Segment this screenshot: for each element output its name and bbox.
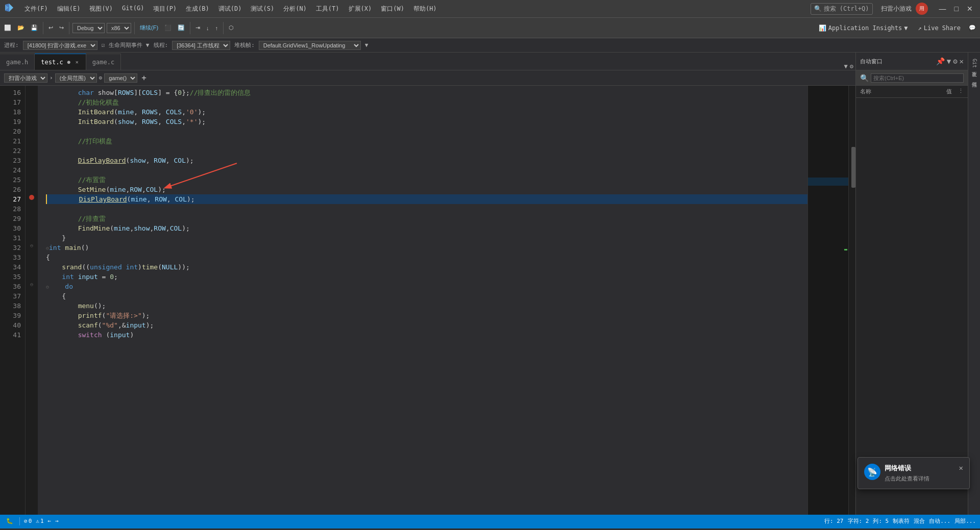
scope-select[interactable]: (全局范围): [55, 73, 97, 83]
code-lines: char show[ROWS][COLS] = {0};//排查出的雷的信息 /…: [38, 86, 807, 515]
ln-28: 28: [0, 204, 21, 214]
save-btn[interactable]: 💾: [29, 23, 40, 32]
editor-scrollbar[interactable]: [848, 86, 855, 515]
code-line-30: FindMine(mine,show,ROW,COL);: [46, 223, 807, 233]
status-local[interactable]: 局部...: [954, 517, 976, 525]
menu-edit[interactable]: 编辑(E): [53, 4, 85, 14]
open-btn[interactable]: 📂: [15, 23, 27, 32]
right-panel-settings[interactable]: ⚙: [953, 57, 957, 65]
undo-btn[interactable]: ↩: [46, 23, 55, 32]
restart-btn[interactable]: 🔄: [176, 23, 187, 32]
maximize-button[interactable]: □: [951, 5, 962, 13]
tab-bar: game.h test.c ● ✕ game.c ▼ ⚙: [0, 53, 855, 70]
right-panel-search: 🔍: [856, 70, 968, 86]
nav-forward[interactable]: →: [55, 518, 59, 524]
application-insights-btn[interactable]: 📊 Application Insights ▼: [815, 22, 912, 34]
menu-git[interactable]: Git(G): [118, 4, 148, 14]
tab-test-c[interactable]: test.c ● ✕: [35, 54, 86, 70]
tab-list-icon[interactable]: ▼: [844, 63, 848, 70]
menu-debug[interactable]: 调试(D): [214, 4, 246, 14]
panel-search-icon: 🔍: [860, 74, 869, 82]
ln-37: 37: [0, 291, 21, 301]
gutter-41: [26, 328, 38, 338]
redo-btn[interactable]: ↪: [57, 23, 66, 32]
menu-project[interactable]: 项目(P): [149, 4, 181, 14]
menu-window[interactable]: 窗口(W): [377, 4, 408, 14]
tab-settings-icon[interactable]: ⚙: [850, 63, 853, 70]
status-encoding[interactable]: 混合: [914, 517, 925, 525]
ln-23: 23: [0, 156, 21, 165]
stop-btn[interactable]: ⬛: [162, 23, 174, 32]
feedback-btn[interactable]: 💬: [967, 23, 978, 32]
right-tab-git[interactable]: Git更改: [970, 55, 979, 72]
function-select[interactable]: game(): [104, 73, 137, 83]
continue-btn[interactable]: 继续(F): [138, 23, 160, 33]
minimize-button[interactable]: —: [936, 5, 949, 13]
platform-select[interactable]: x86: [107, 23, 131, 33]
thread-select[interactable]: [36364] 工作线程: [172, 41, 230, 50]
status-errors[interactable]: ⊘ 0: [24, 518, 32, 524]
status-char: 字符: 2: [848, 517, 869, 525]
insights-label: Application Insights: [828, 24, 902, 32]
menu-view[interactable]: 视图(V): [85, 4, 117, 14]
scroll-thumb[interactable]: [851, 147, 855, 188]
search-placeholder: 搜索 (Ctrl+Q): [824, 5, 869, 13]
right-panel-pin[interactable]: 📌: [936, 57, 945, 65]
menu-extensions[interactable]: 扩展(X): [345, 4, 376, 14]
process-select[interactable]: [41800] 扫雷小游戏.exe: [23, 41, 97, 50]
gutter-31: [26, 231, 38, 241]
tab-game-c[interactable]: game.c: [86, 54, 121, 70]
live-share-btn[interactable]: ↗ Live Share: [914, 22, 965, 34]
ln-16: 16: [0, 88, 21, 97]
new-project-btn[interactable]: ⬜: [2, 23, 13, 32]
step-into-btn[interactable]: ↓: [204, 24, 211, 32]
gutter-25: [26, 173, 38, 183]
status-warnings[interactable]: ⚠ 1: [36, 518, 43, 524]
step-over-btn[interactable]: ⇥: [193, 23, 202, 32]
notif-close-btn[interactable]: ✕: [959, 464, 963, 472]
tab-x-test-c[interactable]: ✕: [75, 59, 80, 65]
gutter-27[interactable]: [26, 192, 38, 202]
menu-file[interactable]: 文件(F): [20, 4, 52, 14]
code-line-22: [46, 146, 807, 156]
checkbox-lifecycle: ☑: [102, 42, 105, 48]
right-panel-close[interactable]: ✕: [960, 57, 964, 65]
stack-select[interactable]: Default.GridView1_RowUpdating: [259, 41, 361, 50]
step-out-btn[interactable]: ↑: [213, 24, 220, 32]
code-line-25: //布置雷: [46, 175, 807, 185]
project-select[interactable]: 扫雷小游戏: [4, 73, 47, 83]
close-button[interactable]: ✕: [964, 5, 976, 13]
gutter-17: [26, 95, 38, 105]
ln-21: 21: [0, 136, 21, 146]
global-search[interactable]: 🔍 搜索 (Ctrl+Q): [811, 3, 873, 15]
right-panel-dropdown[interactable]: ▼: [947, 57, 951, 65]
menu-test[interactable]: 测试(S): [247, 4, 278, 14]
menu-analyze[interactable]: 分析(N): [279, 4, 311, 14]
liveshare-icon: ↗: [918, 24, 922, 32]
ln-32: 32: [0, 243, 21, 253]
code-line-40: scanf("%d",&input);: [46, 320, 807, 330]
status-auto[interactable]: 自动...: [929, 517, 950, 525]
notification-popup: 📡 网络错误 点击此处查看详情 ✕: [857, 457, 970, 489]
tab-close-test-c[interactable]: ●: [66, 59, 71, 65]
menu-help[interactable]: 帮助(H): [409, 4, 441, 14]
debug-config-select[interactable]: Debug: [72, 23, 105, 33]
notif-message[interactable]: 点击此处查看详情: [885, 475, 959, 483]
menu-bar: 文件(F) 编辑(E) 视图(V) Git(G) 项目(P) 生成(B) 调试(…: [20, 4, 441, 14]
status-tabsize[interactable]: 制表符: [893, 517, 910, 525]
nav-back[interactable]: ←: [48, 518, 52, 524]
menu-build[interactable]: 生成(B): [182, 4, 213, 14]
right-tab-props[interactable]: 属性: [970, 74, 979, 82]
gutter-29: [26, 212, 38, 221]
fold-32[interactable]: ⊖: [30, 243, 33, 248]
breakpoint-btn[interactable]: ⬡: [227, 23, 236, 32]
status-bar: 🐛 ⊘ 0 ⚠ 1 ← → 行: 27 字符: 2 列: 5 制表符 混合 自动…: [0, 515, 980, 527]
code-line-27: DisPlayBoard(mine, ROW, COL);: [46, 194, 807, 204]
panel-search-input[interactable]: [871, 73, 964, 83]
minimap: [807, 86, 848, 515]
fold-36[interactable]: ⊖: [30, 282, 33, 287]
col-value-label: 值: [946, 88, 952, 95]
add-btn[interactable]: +: [139, 73, 149, 83]
menu-tools[interactable]: 工具(T): [312, 4, 344, 14]
tab-game-h[interactable]: game.h: [0, 54, 35, 70]
